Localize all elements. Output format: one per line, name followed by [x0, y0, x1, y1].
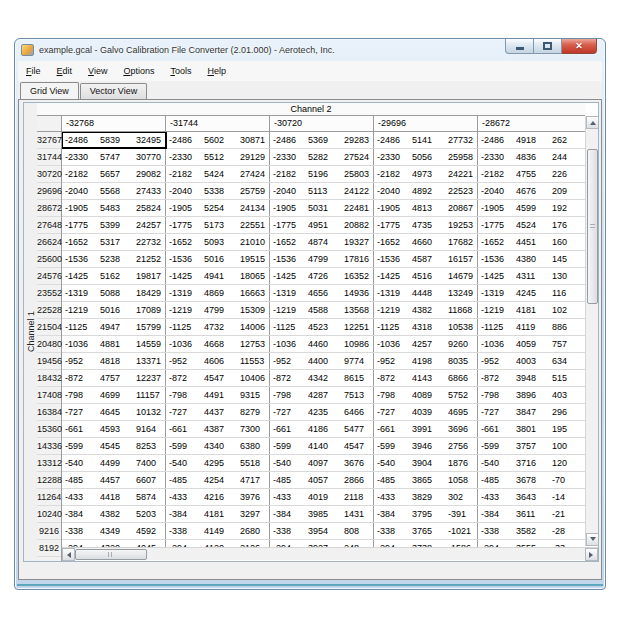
grid-cell[interactable]: 4143 [409, 370, 445, 386]
grid-cell[interactable]: -14 [549, 489, 582, 505]
grid-cell[interactable]: 4448 [409, 285, 445, 301]
grid-cell[interactable]: -540 [62, 455, 97, 471]
grid-cell[interactable]: -1125 [62, 319, 97, 335]
grid-cell[interactable]: 634 [549, 353, 582, 369]
grid-cell[interactable]: -2330 [478, 149, 513, 165]
grid-cell[interactable]: 5196 [305, 166, 341, 182]
grid-cell[interactable]: -1905 [270, 200, 305, 216]
grid-cell[interactable]: 8279 [237, 404, 270, 420]
grid-cell[interactable]: 19253 [445, 217, 478, 233]
grid-cell[interactable]: 29129 [237, 149, 270, 165]
grid-cell[interactable]: 5752 [445, 387, 478, 403]
scroll-down-button[interactable] [586, 533, 599, 546]
grid-cell[interactable]: 145 [549, 251, 582, 267]
grid-cell[interactable]: 19817 [133, 268, 166, 284]
grid-cell[interactable]: -1319 [374, 285, 409, 301]
grid-cell[interactable]: -540 [166, 455, 201, 471]
grid-cell[interactable]: 15799 [133, 319, 166, 335]
grid-cell[interactable]: 4097 [305, 455, 341, 471]
grid-cell[interactable]: 4311 [513, 268, 549, 284]
grid-cell[interactable]: 130 [549, 268, 582, 284]
grid-cell[interactable]: 5088 [97, 285, 133, 301]
grid-cell[interactable]: 515 [549, 370, 582, 386]
grid-cell[interactable]: 10986 [341, 336, 374, 352]
grid-cell[interactable]: 4732 [201, 319, 237, 335]
grid-cell[interactable]: 5568 [97, 183, 133, 199]
grid-cell[interactable]: 4457 [97, 472, 133, 488]
grid-cell[interactable]: 244 [549, 149, 582, 165]
grid-cell[interactable]: 32495 [133, 132, 166, 148]
grid-cell[interactable]: 5512 [201, 149, 237, 165]
grid-cell[interactable]: 11157 [133, 387, 166, 403]
grid-cell[interactable]: -433 [270, 489, 305, 505]
grid-cell[interactable]: -661 [270, 421, 305, 437]
grid-cell[interactable]: -2182 [374, 166, 409, 182]
grid-cell[interactable]: 25759 [237, 183, 270, 199]
grid-cell[interactable]: 5282 [305, 149, 341, 165]
grid-cell[interactable]: 16663 [237, 285, 270, 301]
grid-cell[interactable]: 14679 [445, 268, 478, 284]
grid-cell[interactable]: 4941 [201, 268, 237, 284]
grid-cell[interactable]: 5369 [305, 132, 341, 148]
grid-cell[interactable]: 10538 [445, 319, 478, 335]
grid-cell[interactable]: -798 [270, 387, 305, 403]
grid-cell[interactable]: -433 [62, 489, 97, 505]
grid-cell[interactable]: 5016 [97, 302, 133, 318]
grid-cell[interactable]: -1036 [166, 336, 201, 352]
grid-cell[interactable]: -1536 [374, 251, 409, 267]
grid-cell[interactable]: 3582 [513, 523, 549, 539]
grid-cell[interactable]: 5056 [409, 149, 445, 165]
grid-cell[interactable]: -1125 [478, 319, 513, 335]
grid-cell[interactable]: -727 [374, 404, 409, 420]
grid-cell[interactable]: 4818 [97, 353, 133, 369]
grid-cell[interactable]: 4547 [201, 370, 237, 386]
grid-cell[interactable]: 4418 [97, 489, 133, 505]
grid-cell[interactable]: -2486 [374, 132, 409, 148]
grid-cell[interactable]: -1021 [445, 523, 478, 539]
grid-cell[interactable]: 5518 [237, 455, 270, 471]
grid-cell[interactable]: -1425 [166, 268, 201, 284]
grid-cell[interactable]: -599 [62, 438, 97, 454]
menu-help[interactable]: Help [199, 63, 234, 79]
grid-cell[interactable]: -1219 [62, 302, 97, 318]
grid-cell[interactable]: 10406 [237, 370, 270, 386]
vertical-scrollbar[interactable] [585, 116, 598, 546]
menu-view[interactable]: View [80, 63, 115, 79]
grid-cell[interactable]: 11553 [237, 353, 270, 369]
grid-cell[interactable]: -1905 [374, 200, 409, 216]
grid-cell[interactable]: -2486 [62, 132, 97, 148]
grid-cell[interactable]: 24221 [445, 166, 478, 182]
grid-cell[interactable]: 3611 [513, 506, 549, 522]
grid-cell[interactable]: -1775 [62, 217, 97, 233]
grid-cell[interactable]: 4460 [305, 336, 341, 352]
grid-cell[interactable]: 7513 [341, 387, 374, 403]
grid-cell[interactable]: -1425 [270, 268, 305, 284]
grid-cell[interactable]: 192 [549, 200, 582, 216]
grid-cell[interactable]: -1425 [478, 268, 513, 284]
grid-cell[interactable]: 4149 [201, 523, 237, 539]
grid-cell[interactable]: -1775 [270, 217, 305, 233]
grid-cell[interactable]: 4699 [97, 387, 133, 403]
grid-cell[interactable]: 3946 [409, 438, 445, 454]
grid-cell[interactable]: 27433 [133, 183, 166, 199]
horizontal-scrollbar[interactable] [62, 547, 598, 560]
grid-cell[interactable]: -338 [270, 523, 305, 539]
grid-cell[interactable]: 8035 [445, 353, 478, 369]
grid-cell[interactable]: 4198 [409, 353, 445, 369]
grid-cell[interactable]: -2486 [166, 132, 201, 148]
grid-cell[interactable]: 4380 [513, 251, 549, 267]
grid-cell[interactable]: 22481 [341, 200, 374, 216]
grid-cell[interactable]: -1905 [166, 200, 201, 216]
grid-cell[interactable]: -28 [549, 523, 582, 539]
grid-cell[interactable]: -952 [478, 353, 513, 369]
grid-cell[interactable]: 4254 [201, 472, 237, 488]
grid-cell[interactable]: 18429 [133, 285, 166, 301]
grid-cell[interactable]: 3865 [409, 472, 445, 488]
grid-cell[interactable]: 4059 [513, 336, 549, 352]
grid-cell[interactable]: -2330 [62, 149, 97, 165]
scroll-right-button[interactable] [585, 548, 598, 561]
scroll-up-button[interactable] [586, 116, 599, 129]
grid-cell[interactable]: 3896 [513, 387, 549, 403]
grid-cell[interactable]: 4947 [97, 319, 133, 335]
grid-cell[interactable]: 21010 [237, 234, 270, 250]
